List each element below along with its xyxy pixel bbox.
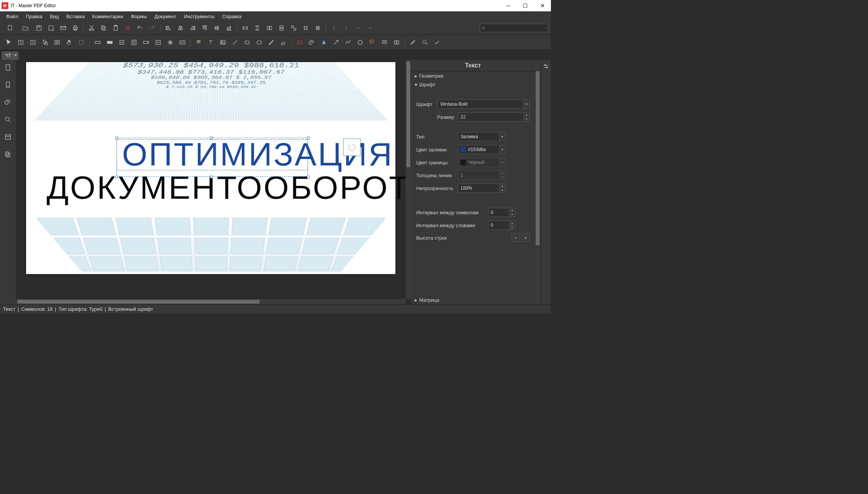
char-spacing-input[interactable]: 0 [488, 208, 509, 217]
border-color-select[interactable]: Черный [458, 158, 499, 167]
pages-panel-button[interactable] [3, 62, 13, 73]
align-left-button[interactable] [163, 23, 174, 33]
align-right-button[interactable] [187, 23, 198, 33]
menu-view[interactable]: Вид [46, 12, 63, 20]
note-tool[interactable] [294, 37, 305, 48]
distribute-h-button[interactable] [240, 23, 251, 33]
up-button[interactable] [353, 23, 364, 33]
thumbnails-panel-button[interactable] [3, 132, 13, 142]
minimize-button[interactable]: ─ [500, 0, 517, 11]
form-list-tool[interactable] [51, 37, 63, 48]
size-spinner[interactable]: ▲▼ [524, 112, 530, 122]
brush-tool[interactable] [407, 37, 418, 48]
zoom-tool[interactable] [419, 37, 431, 48]
same-size-button[interactable] [288, 23, 299, 33]
attachments-panel-button[interactable] [3, 97, 13, 108]
menu-tools[interactable]: Инструменты [180, 12, 218, 20]
bookmarks-panel-button[interactable] [3, 79, 13, 90]
new-button[interactable] [3, 23, 17, 33]
snap-button[interactable] [312, 23, 324, 33]
distribute-v-button[interactable] [252, 23, 263, 33]
line-width-input[interactable]: 1 [458, 171, 499, 180]
align-top-button[interactable] [199, 23, 210, 33]
section-matrix[interactable]: ▸Матрица [411, 296, 535, 304]
delete-button[interactable] [122, 23, 134, 33]
menu-file[interactable]: Файл [2, 12, 22, 20]
select-tool[interactable] [3, 37, 14, 48]
down-button[interactable] [365, 23, 376, 33]
save-button[interactable] [33, 23, 45, 33]
horizontal-scrollbar[interactable] [16, 299, 406, 304]
selection-handle-nw[interactable] [115, 137, 118, 139]
scrollbar-thumb[interactable] [406, 61, 410, 167]
search-input[interactable] [486, 25, 543, 31]
edit-object-tool[interactable] [27, 37, 39, 48]
button-tool[interactable] [104, 37, 115, 48]
checkbox-tool[interactable] [116, 37, 128, 48]
same-height-button[interactable] [276, 23, 287, 33]
eraser-tool[interactable] [278, 37, 289, 48]
cut-button[interactable] [86, 23, 97, 33]
open-button[interactable] [18, 23, 33, 33]
search-panel-button[interactable] [3, 114, 13, 125]
close-button[interactable]: ✕ [534, 0, 551, 11]
initials-tool[interactable] [391, 37, 402, 48]
opacity-input[interactable]: 100% [458, 184, 499, 193]
menu-insert[interactable]: Вставка [62, 12, 88, 20]
panel-scrollbar[interactable] [535, 60, 540, 304]
menu-document[interactable]: Документ [151, 12, 180, 20]
grid-button[interactable] [300, 23, 311, 33]
document-tab[interactable]: *IT ✕ [2, 51, 19, 60]
fill-color-select[interactable]: #153d8a [458, 145, 499, 154]
check-tool[interactable] [431, 37, 443, 48]
arrow-tool[interactable] [330, 37, 342, 48]
paste-button[interactable] [110, 23, 121, 33]
prev-button[interactable] [328, 23, 340, 33]
maximize-button[interactable]: ☐ [517, 0, 534, 11]
image-tool[interactable] [217, 37, 229, 48]
menu-help[interactable]: Справка [218, 12, 245, 20]
callout-tool[interactable] [367, 37, 378, 48]
selection-handle-sw[interactable] [115, 176, 118, 178]
save-as-button[interactable] [45, 23, 57, 33]
word-spacing-spinner[interactable]: ▲▼ [509, 221, 515, 230]
redo-button[interactable] [146, 23, 158, 33]
search-box[interactable] [480, 24, 548, 32]
tab-close-icon[interactable]: ✕ [14, 53, 17, 57]
type-select[interactable]: Заливка [458, 132, 499, 141]
selection-handle-s[interactable] [210, 176, 213, 178]
menu-comments[interactable]: Комментарии [89, 12, 127, 20]
panel-settings-icon[interactable] [543, 63, 549, 71]
listbox-tool[interactable] [128, 37, 140, 48]
print-button[interactable] [70, 23, 81, 33]
text-tool[interactable] [205, 37, 216, 48]
align-middle-button[interactable] [211, 23, 222, 33]
font-dropdown-icon[interactable]: ▼ [524, 100, 530, 109]
undo-button[interactable] [134, 23, 146, 33]
marquee-tool[interactable] [76, 37, 87, 48]
scrollbar-thumb[interactable] [536, 71, 540, 245]
edit-text-tool[interactable] [15, 37, 26, 48]
polyline-tool[interactable] [342, 37, 354, 48]
section-font[interactable]: ▾Шрифт [411, 80, 535, 89]
align-bottom-button[interactable] [223, 23, 235, 33]
combobox-tool[interactable] [140, 37, 152, 48]
stamp-tool[interactable] [379, 37, 390, 48]
line-width-spinner[interactable]: ▲▼ [499, 171, 506, 180]
font-select[interactable]: Verdana-Bold [437, 100, 524, 109]
char-spacing-spinner[interactable]: ▲▼ [509, 208, 515, 217]
word-spacing-input[interactable]: 0 [488, 221, 509, 230]
selection-handle-se[interactable] [307, 176, 310, 178]
page[interactable]: $573,930.25 $454,949.29 $988,618.21 $347… [26, 62, 395, 274]
section-geometry[interactable]: ▸Геометрия [411, 72, 535, 80]
polygon-tool[interactable] [355, 37, 366, 48]
text-field-tool[interactable] [92, 37, 103, 48]
menu-forms[interactable]: Формы [127, 12, 151, 20]
hand-tool[interactable] [64, 37, 75, 48]
selection-handle-n[interactable] [210, 137, 213, 139]
rect-tool[interactable] [241, 37, 253, 48]
align-center-h-button[interactable] [175, 23, 186, 33]
scrollbar-thumb[interactable] [17, 300, 260, 304]
line-height-plus[interactable]: + [521, 234, 530, 242]
type-dropdown-icon[interactable]: ▼ [499, 132, 506, 141]
